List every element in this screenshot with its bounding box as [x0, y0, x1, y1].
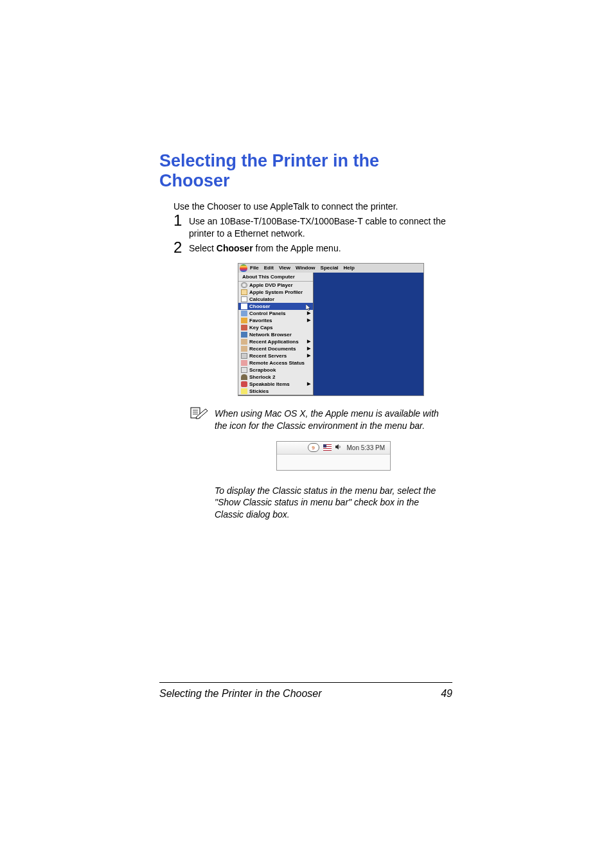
screenshot-apple-menu: File Edit View Window Special Help About… — [238, 263, 424, 396]
menu-item-label: Speakable Items — [249, 381, 290, 387]
step-text: Use an 10Base-T/100Base-TX/1000Base-T ca… — [189, 215, 452, 240]
step-number: 2 — [173, 240, 189, 255]
note-text-2: To display the Classic status in the men… — [215, 485, 446, 521]
chooser-white-icon — [241, 303, 247, 309]
calc-icon — [241, 296, 247, 302]
menu-item-key-caps[interactable]: Key Caps — [238, 324, 313, 331]
apple-dropdown-menu: About This Computer Apple DVD PlayerAppl… — [238, 273, 314, 395]
menu-item-label: Favorites — [249, 318, 272, 323]
step-text: Select Chooser from the Apple menu. — [189, 242, 341, 255]
note-text-1: When using Mac OS X, the Apple menu is a… — [215, 408, 452, 432]
submenu-arrow-icon: ▶ — [307, 381, 310, 386]
step-text-post: from the Apple menu. — [253, 243, 341, 253]
submenu-arrow-icon: ▶ — [307, 339, 310, 344]
classic-status-icon[interactable]: 9 — [308, 443, 319, 452]
note-row: When using Mac OS X, the Apple menu is a… — [190, 408, 452, 432]
menu-item-control-panels[interactable]: Control Panels▶ — [238, 310, 313, 317]
menu-item-label: Control Panels — [249, 311, 285, 316]
page-title: Selecting the Printer in the Chooser — [159, 151, 452, 191]
menu-item-recent-applications[interactable]: Recent Applications▶ — [238, 338, 313, 345]
menu-item-favorites[interactable]: Favorites▶ — [238, 317, 313, 324]
intro-text: Use the Chooser to use AppleTalk to conn… — [173, 201, 452, 212]
menu-item-label: Recent Applications — [249, 339, 299, 345]
screenshot-osx-menubar: 9 Mon 5:33 PM — [276, 441, 391, 471]
server-icon — [241, 353, 247, 359]
menu-item-label: Remote Access Status — [249, 360, 305, 366]
menu-help[interactable]: Help — [344, 265, 355, 271]
remote-icon — [241, 360, 247, 366]
folder-icon — [241, 311, 247, 316]
classic-menubar: File Edit View Window Special Help — [238, 264, 423, 273]
apple-logo-icon[interactable] — [240, 264, 247, 272]
menu-item-recent-documents[interactable]: Recent Documents▶ — [238, 345, 313, 352]
menu-item-label: Stickies — [249, 388, 269, 394]
submenu-arrow-icon: ▶ — [307, 353, 310, 358]
menu-item-label: Apple System Profiler — [249, 289, 303, 295]
step-text-bold: Chooser — [217, 243, 253, 253]
book-icon — [241, 367, 247, 373]
menu-item-apple-system-profiler[interactable]: Apple System Profiler — [238, 289, 313, 296]
footer-page-number: 49 — [441, 688, 452, 700]
cd-icon — [241, 282, 247, 288]
doc-icon — [241, 346, 247, 352]
menu-item-label: Calculator — [249, 296, 274, 302]
menu-window[interactable]: Window — [296, 265, 315, 271]
step-2: 2 Select Chooser from the Apple menu. — [173, 242, 452, 255]
lips-icon — [241, 381, 247, 387]
menu-item-label: Recent Documents — [249, 346, 296, 352]
menu-item-label: Chooser — [249, 303, 270, 309]
note-icon — [241, 388, 247, 394]
submenu-arrow-icon: ▶ — [307, 318, 310, 323]
menu-item-label: Network Browser — [249, 332, 292, 338]
menu-item-chooser[interactable]: Chooser — [238, 303, 313, 310]
menu-item-sherlock-2[interactable]: Sherlock 2 — [238, 374, 313, 381]
menu-edit[interactable]: Edit — [264, 265, 274, 271]
menu-item-calculator[interactable]: Calculator — [238, 296, 313, 303]
flag-icon[interactable] — [323, 444, 332, 451]
osx-menubar: 9 Mon 5:33 PM — [277, 442, 390, 455]
step-text-pre: Select — [189, 243, 217, 253]
menu-item-scrapbook[interactable]: Scrapbook — [238, 366, 313, 374]
note-icon — [190, 406, 208, 422]
step-1: 1 Use an 10Base-T/100Base-TX/1000Base-T … — [173, 215, 452, 240]
menu-item-speakable-items[interactable]: Speakable Items▶ — [238, 381, 313, 388]
menu-item-label: Key Caps — [249, 325, 272, 330]
star-icon — [241, 318, 247, 323]
hat-icon — [241, 374, 247, 380]
submenu-arrow-icon: ▶ — [307, 346, 310, 351]
menubar-time[interactable]: Mon 5:33 PM — [347, 444, 385, 451]
box-icon — [241, 289, 247, 295]
speaker-icon[interactable] — [335, 444, 342, 451]
submenu-arrow-icon: ▶ — [307, 311, 310, 316]
key-icon — [241, 325, 247, 330]
menu-item-remote-access-status[interactable]: Remote Access Status — [238, 359, 313, 366]
page-footer: Selecting the Printer in the Chooser 49 — [159, 682, 452, 700]
menu-item-label: Recent Servers — [249, 353, 287, 359]
doc-icon — [241, 339, 247, 345]
menu-item-label: Scrapbook — [249, 367, 276, 373]
menu-file[interactable]: File — [250, 265, 259, 271]
menu-item-network-browser[interactable]: Network Browser — [238, 331, 313, 338]
menu-special[interactable]: Special — [321, 265, 339, 271]
menu-item-apple-dvd-player[interactable]: Apple DVD Player — [238, 282, 313, 289]
menu-item-stickies[interactable]: Stickies — [238, 388, 313, 395]
dropdown-header[interactable]: About This Computer — [238, 273, 313, 282]
menu-item-label: Sherlock 2 — [249, 374, 275, 380]
step-number: 1 — [173, 213, 189, 228]
menu-item-label: Apple DVD Player — [249, 282, 293, 288]
net-icon — [241, 332, 247, 338]
menu-view[interactable]: View — [279, 265, 290, 271]
footer-title: Selecting the Printer in the Chooser — [159, 688, 322, 700]
menu-item-recent-servers[interactable]: Recent Servers▶ — [238, 352, 313, 359]
